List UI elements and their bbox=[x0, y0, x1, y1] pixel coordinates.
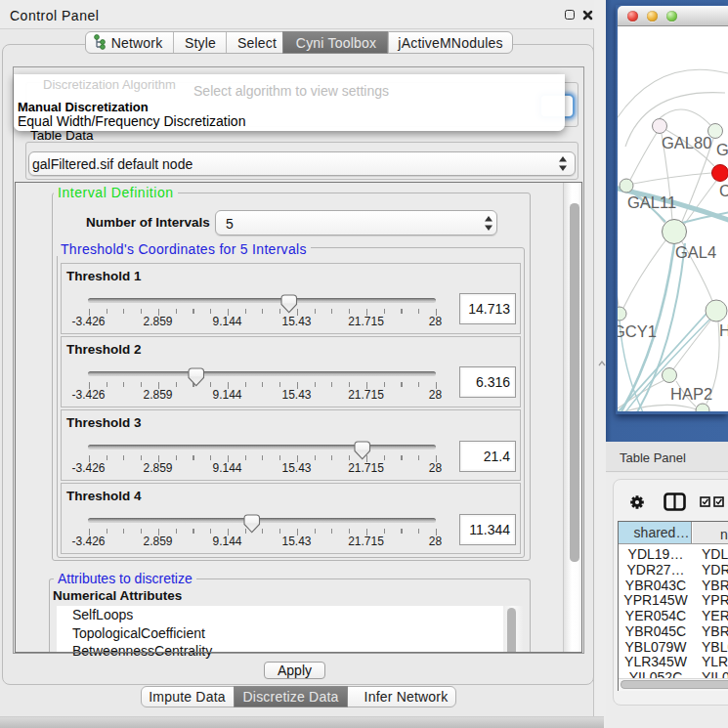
svg-text:GCY1: GCY1 bbox=[618, 322, 657, 340]
svg-text:C: C bbox=[719, 182, 728, 199]
svg-text:GAL80: GAL80 bbox=[662, 134, 711, 151]
svg-text:GAL4: GAL4 bbox=[675, 243, 716, 261]
svg-text:GAL11: GAL11 bbox=[627, 193, 676, 211]
svg-text:H: H bbox=[719, 321, 728, 339]
svg-text:HAP2: HAP2 bbox=[670, 385, 712, 403]
svg-text:GA: GA bbox=[716, 141, 728, 158]
